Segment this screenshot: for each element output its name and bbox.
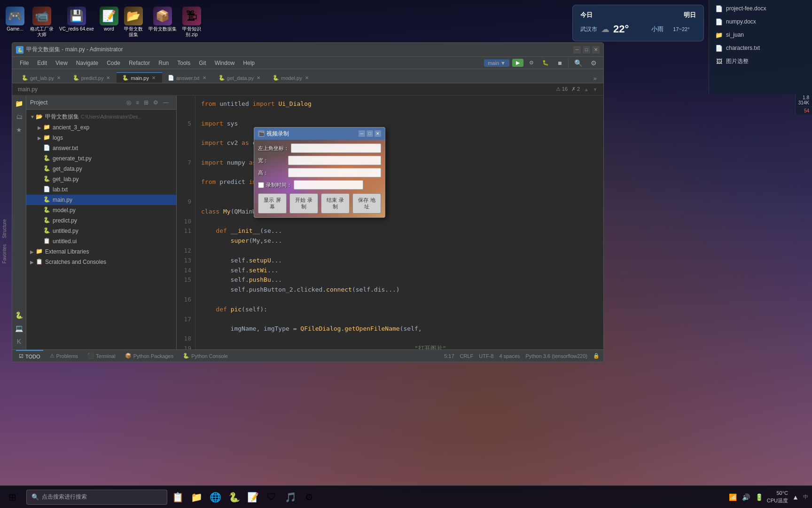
tab-close-model[interactable]: ✕ (304, 75, 310, 81)
menu-git[interactable]: Git (195, 58, 210, 68)
structure-vert-tab[interactable]: Structure (0, 216, 9, 241)
tab-model[interactable]: 🐍 model.py ✕ (267, 72, 315, 83)
ide-minimize-button[interactable]: ─ (573, 46, 581, 54)
show-screen-button[interactable]: 显示 屏幕 (258, 193, 287, 214)
taskbar-shield[interactable]: 🛡 (263, 489, 280, 506)
run-config-selector[interactable]: main ▼ (484, 59, 509, 67)
tab-answer[interactable]: 📄 answer.txt ✕ (162, 72, 213, 83)
menu-file[interactable]: File (16, 58, 32, 68)
desktop-icon-game[interactable]: 🎮 Game... (4, 5, 26, 40)
menu-run[interactable]: Run (155, 58, 172, 68)
menu-navigate[interactable]: Navigate (72, 58, 102, 68)
project-view-icon[interactable]: 📁 (13, 97, 25, 110)
favorites-vert-tab[interactable]: Favorites (0, 241, 9, 266)
taskbar-chrome[interactable]: 🌐 (207, 489, 224, 506)
menu-help[interactable]: Help (239, 58, 258, 68)
tree-scratches[interactable]: ▶ 📋 Scratches and Consoles (26, 257, 176, 267)
tree-get-data[interactable]: 🐍 get_data.py (26, 164, 176, 174)
tab-close-get-lab[interactable]: ✕ (56, 75, 62, 81)
file-item-2[interactable]: 📁 si_juan (709, 28, 812, 41)
file-item-0[interactable]: 📄 project-fee.docx (709, 2, 812, 15)
status-tab-python-console[interactable]: 🐍 Python Console (180, 350, 231, 362)
end-record-button[interactable]: 结束 录制 (321, 193, 350, 214)
panel-hide-button[interactable]: — (161, 98, 171, 107)
tab-get-lab[interactable]: 🐍 get_lab.py ✕ (16, 72, 67, 83)
tab-close-answer[interactable]: ✕ (202, 75, 207, 81)
status-tab-terminal[interactable]: ⬛ Terminal (85, 350, 118, 362)
desktop-icon-recorder[interactable]: 📹 格式工厂录 大师 (28, 5, 55, 40)
ide-maximize-button[interactable]: □ (583, 46, 590, 54)
tree-answer-txt[interactable]: 📄 answer.txt (26, 143, 176, 153)
taskbar-explorer[interactable]: 📁 (188, 489, 205, 506)
tab-close-predict[interactable]: ✕ (105, 75, 111, 81)
code-content[interactable]: 5 7 9 10 11 12 13 14 15 (177, 95, 603, 349)
taskbar-network[interactable]: ⚙ (301, 489, 318, 506)
debug-button[interactable]: 🐛 (539, 59, 552, 67)
tree-generate-txt[interactable]: 🐍 generate_txt.py (26, 153, 176, 164)
file-item-1[interactable]: 📄 numpy.docx (709, 15, 812, 28)
pc-icon[interactable]: 💻 (13, 322, 25, 334)
search-button[interactable]: 🔍 (571, 58, 585, 68)
file-item-3[interactable]: 📄 characters.txt (709, 41, 812, 55)
taskbar-wps[interactable]: 📝 (244, 489, 261, 506)
tree-main-py[interactable]: 🐍 main.py (26, 195, 176, 205)
desktop-icon-word[interactable]: 📝 word (98, 5, 120, 40)
video-recorder-dialog[interactable]: 🎬 视频录制 ─ □ ✕ 左上角坐标： 宽： 高： (254, 127, 385, 218)
dialog-maximize-button[interactable]: □ (367, 130, 373, 137)
taskbar-pycharm[interactable]: 🐍 (226, 489, 242, 506)
file-item-4[interactable]: 🖼 图片选整 (709, 55, 812, 68)
menu-tools[interactable]: Tools (173, 58, 194, 68)
tab-close-get-data[interactable]: ✕ (256, 75, 261, 81)
structure-icon[interactable]: 🗂 (13, 111, 25, 123)
start-record-button[interactable]: 开始 录制 (289, 193, 318, 214)
tab-close-main[interactable]: ✕ (151, 75, 156, 81)
tree-external-libraries[interactable]: ▶ 📁 External Libraries (26, 246, 176, 257)
menu-view[interactable]: View (52, 58, 71, 68)
menu-code[interactable]: Code (103, 58, 124, 68)
panel-expand-button[interactable]: ⊞ (142, 98, 150, 107)
menu-refactor[interactable]: Refactor (125, 58, 154, 68)
panel-settings-button[interactable]: ⚙ (151, 98, 160, 107)
run-button[interactable]: ▶ (512, 59, 523, 67)
tree-lab-txt[interactable]: 📄 lab.txt (26, 184, 176, 195)
python-icon[interactable]: 🐍 (13, 309, 25, 321)
tab-main[interactable]: 🐍 main.py ✕ (117, 72, 162, 83)
bookmark-icon[interactable]: ★ (13, 124, 25, 136)
tree-untitled-ui[interactable]: 📋 untitled.ui (26, 236, 176, 246)
tree-root[interactable]: ▼ 📂 甲骨文数据集 C:\Users\Administrator\Des... (26, 111, 176, 122)
stop-button[interactable]: ⏹ (554, 59, 565, 67)
panel-collapse-button[interactable]: ≡ (134, 98, 141, 107)
input-width[interactable] (288, 156, 381, 165)
status-tab-python-packages[interactable]: 📦 Python Packages (122, 350, 177, 362)
checkbox-record-time[interactable] (258, 182, 264, 188)
sys-tray-sound[interactable]: 🔊 (741, 492, 752, 503)
tree-ancient3[interactable]: ▶ 📁 ancient_3_exp (26, 122, 176, 133)
k-icon[interactable]: K (13, 335, 25, 348)
tab-get-data[interactable]: 🐍 get_data.py ✕ (213, 72, 267, 83)
status-tab-todo[interactable]: ☑ TODO (16, 350, 43, 362)
taskbar-media[interactable]: 🎵 (282, 489, 299, 506)
tree-untitled-py[interactable]: 🐍 untitled.py (26, 226, 176, 236)
input-topleft[interactable] (291, 143, 381, 153)
sys-tray-battery[interactable]: 🔋 (754, 492, 765, 503)
menu-window[interactable]: Window (211, 58, 239, 68)
desktop-icon-vc-redis[interactable]: 💾 VC_redis 64.exe (57, 5, 96, 40)
menu-edit[interactable]: Edit (33, 58, 51, 68)
desktop-icon-zip[interactable]: 🗜 甲骨知识 别.zip (180, 5, 203, 40)
tree-model-py[interactable]: 🐍 model.py (26, 205, 176, 215)
sys-tray-network[interactable]: 📶 (727, 492, 739, 503)
tab-predict[interactable]: 🐍 predict.py ✕ (67, 72, 117, 83)
tree-logs[interactable]: ▶ 📁 logs (26, 133, 176, 143)
ide-close-button[interactable]: ✕ (592, 46, 600, 54)
input-record-time[interactable] (294, 180, 363, 190)
taskbar-start-button[interactable]: ⊞ (4, 489, 21, 506)
save-address-button[interactable]: 保存 地址 (352, 193, 381, 214)
panel-locate-button[interactable]: ◎ (125, 98, 133, 107)
taskbar-task-view[interactable]: 📋 (169, 489, 186, 506)
desktop-icon-jiaoguwenzi[interactable]: 📂 甲骨文数 据集 (122, 5, 145, 40)
dialog-close-button[interactable]: ✕ (375, 130, 381, 137)
build-button[interactable]: ⚙ (526, 59, 537, 67)
sys-tray-chevron[interactable]: ▲ (790, 492, 801, 503)
dialog-minimize-button[interactable]: ─ (359, 130, 365, 137)
desktop-icon-pkg[interactable]: 📦 甲骨文数据集 (147, 5, 179, 40)
